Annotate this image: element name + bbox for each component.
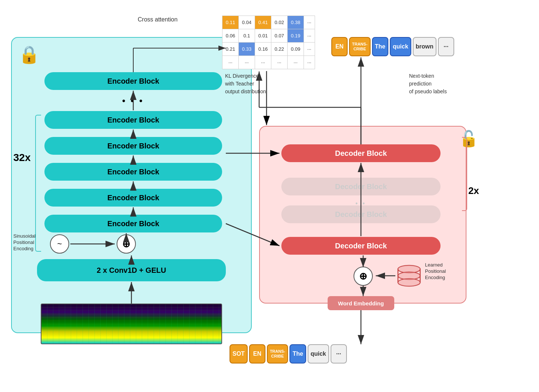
sinusoidal-label: SinusoidalPositionalEncoding — [13, 233, 47, 252]
plus-circle-encoder: ⊕ — [117, 234, 136, 254]
spectrogram — [41, 304, 222, 344]
input-tokens: SOT EN TRANS-CRIBE The quick ··· — [230, 344, 347, 363]
plus-circle-decoder: ⊕ — [354, 267, 373, 286]
output-token-quick: quick — [390, 37, 411, 56]
encoder-block-5: Encoder Block — [44, 189, 222, 207]
cylinder-icon — [396, 265, 422, 287]
output-token-the: The — [372, 37, 388, 56]
kl-divergence-label: KL Divergencewith Teacheroutput distribu… — [225, 72, 281, 96]
decoder-block-ghost-2: Decoder Block — [281, 205, 441, 223]
next-token-label: Next-tokenpredictionof pseudo labels — [409, 72, 457, 96]
encoder-block-2: Encoder Block — [44, 111, 222, 129]
input-token-sot: SOT — [230, 344, 248, 363]
decoder-block-bottom: Decoder Block — [281, 237, 441, 255]
decoder-block-ghost-1: Decoder Block — [281, 178, 441, 195]
svg-point-7 — [398, 279, 420, 286]
output-token-brown: brown — [413, 37, 436, 56]
input-token-en: EN — [249, 344, 265, 363]
output-token-transcribe: TRANS-CRIBE — [349, 37, 371, 56]
cross-attention-label: Cross attention — [138, 16, 178, 23]
decoder-bracket — [462, 137, 467, 211]
attention-matrix: 0.11 0.04 0.41 0.02 0.38 ··· 0.06 0.1 0.… — [222, 16, 315, 69]
encoder-block-1: Encoder Block — [44, 72, 222, 90]
input-token-dots: ··· — [331, 344, 347, 363]
decoder-block-top: Decoder Block — [281, 144, 441, 162]
word-embedding: Word Embedding — [328, 296, 394, 310]
learned-pos-label: LearnedPositionalEncoding — [425, 262, 460, 281]
encoder-block-3: Encoder Block — [44, 137, 222, 155]
encoder-lock-icon: 🔒 — [19, 44, 40, 64]
encoder-bracket — [35, 115, 41, 252]
input-token-quick: quick — [308, 344, 329, 363]
diagram-container: 🔒 32x Encoder Block • • • Encoder Block … — [0, 0, 539, 392]
sine-circle: ~ — [50, 234, 69, 254]
encoder-block-6: Encoder Block — [44, 215, 222, 232]
encoder-repeat-label: 32x — [13, 152, 31, 164]
decoder-repeat-label: 2x — [468, 185, 479, 197]
input-token-transcribe: TRANS-CRIBE — [267, 344, 288, 363]
output-tokens: EN TRANS-CRIBE The quick brown ··· — [331, 37, 454, 56]
conv-block: 2 x Conv1D + GELU — [37, 259, 226, 281]
encoder-dots: • • • — [122, 96, 144, 106]
output-token-en: EN — [331, 37, 348, 56]
output-token-dots: ··· — [438, 37, 454, 56]
encoder-block-4: Encoder Block — [44, 163, 222, 181]
input-token-the: The — [289, 344, 306, 363]
